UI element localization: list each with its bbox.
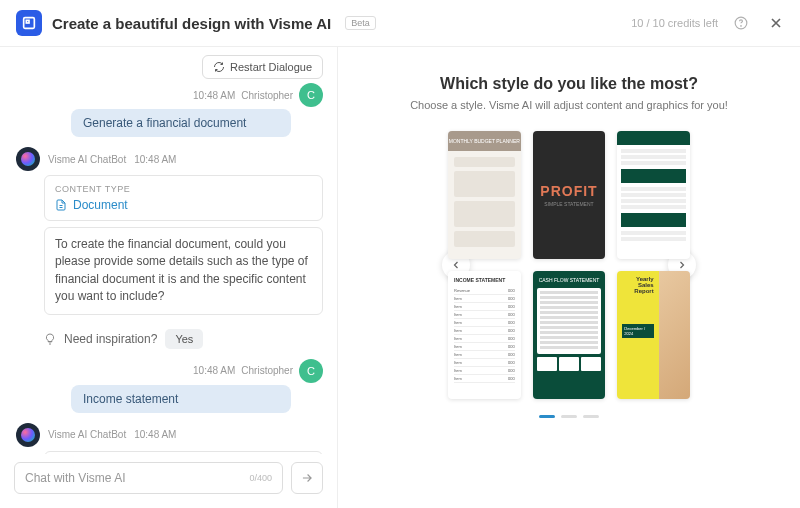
template-subcaption: SIMPLE STATEMENT	[544, 201, 593, 207]
message-meta: 10:48 AM Christopher C	[14, 83, 323, 107]
page-title: Create a beautiful design with Visme AI	[52, 15, 331, 32]
style-subheading: Choose a style. Visme AI will adjust con…	[410, 99, 728, 111]
chevron-left-icon	[450, 259, 462, 271]
message-sender: Christopher	[241, 365, 293, 376]
message-time: 10:48 AM	[134, 429, 176, 440]
style-panel: Which style do you like the most? Choose…	[338, 47, 800, 508]
message-sender: Visme AI ChatBot	[48, 154, 126, 165]
bot-message: CONTENT TYPE Document To create the fina…	[44, 175, 323, 315]
message-time: 10:48 AM	[193, 365, 235, 376]
message-sender: Christopher	[241, 90, 293, 101]
template-option-2[interactable]: PROFIT SIMPLE STATEMENT	[533, 131, 606, 259]
message-time: 10:48 AM	[134, 154, 176, 165]
credits-label: 10 / 10 credits left	[631, 17, 718, 29]
chat-panel: Restart Dialogue 10:48 AM Christopher C …	[0, 47, 338, 508]
style-heading: Which style do you like the most?	[440, 75, 698, 93]
svg-rect-1	[26, 20, 29, 23]
chevron-right-icon	[676, 259, 688, 271]
app-logo	[16, 10, 42, 36]
chat-input-box[interactable]: 0/400	[14, 462, 283, 494]
message-meta: 10:48 AM Christopher C	[14, 359, 323, 383]
bot-avatar	[16, 147, 40, 171]
template-option-3[interactable]	[617, 131, 690, 259]
yes-button[interactable]: Yes	[165, 329, 203, 349]
template-option-4[interactable]: INCOME STATEMENT Revenue000Item000Item00…	[448, 271, 521, 399]
message-sender: Visme AI ChatBot	[48, 429, 126, 440]
template-caption: PROFIT	[540, 183, 597, 199]
template-option-5[interactable]: CASH FLOW STATEMENT	[533, 271, 606, 399]
template-caption: MONTHLY BUDGET PLANNER	[448, 131, 521, 151]
close-icon[interactable]	[768, 15, 784, 31]
template-option-1[interactable]: MONTHLY BUDGET PLANNER	[448, 131, 521, 259]
carousel-dot[interactable]	[539, 415, 555, 418]
template-carousel: MONTHLY BUDGET PLANNER PROFIT SIMPLE STA…	[448, 131, 690, 399]
header: Create a beautiful design with Visme AI …	[0, 0, 800, 47]
user-avatar: C	[299, 83, 323, 107]
inspiration-label: Need inspiration?	[64, 332, 157, 346]
message-meta: Visme AI ChatBot 10:48 AM	[16, 147, 323, 171]
svg-point-3	[741, 26, 742, 27]
carousel-dot[interactable]	[583, 415, 599, 418]
bot-avatar	[16, 423, 40, 447]
char-count: 0/400	[249, 473, 272, 483]
document-icon	[55, 199, 67, 211]
restart-label: Restart Dialogue	[230, 61, 312, 73]
inspiration-row: Need inspiration? Yes	[44, 329, 323, 349]
carousel-dot[interactable]	[561, 415, 577, 418]
restart-dialogue-button[interactable]: Restart Dialogue	[202, 55, 323, 79]
refresh-icon	[213, 61, 225, 73]
message-meta: Visme AI ChatBot 10:48 AM	[16, 423, 323, 447]
bot-message-text: To create the financial document, could …	[44, 227, 323, 315]
user-message: Income statement	[71, 385, 291, 413]
beta-badge: Beta	[345, 16, 376, 30]
user-message: Generate a financial document	[71, 109, 291, 137]
content-type-label: CONTENT TYPE	[55, 184, 312, 194]
message-time: 10:48 AM	[193, 90, 235, 101]
chat-scroll[interactable]: 10:48 AM Christopher C Generate a financ…	[0, 83, 337, 454]
input-area: 0/400	[0, 454, 337, 508]
template-caption: Yearly Sales Report	[622, 276, 653, 294]
template-option-6[interactable]: Yearly Sales ReportDecember / 2024	[617, 271, 690, 399]
carousel-dots	[539, 415, 599, 418]
send-icon	[300, 471, 314, 485]
chat-input[interactable]	[25, 471, 249, 485]
content-type-box: CONTENT TYPE Document	[44, 175, 323, 221]
send-button[interactable]	[291, 462, 323, 494]
user-avatar: C	[299, 359, 323, 383]
content-type-text: Document	[73, 198, 128, 212]
help-icon[interactable]	[734, 16, 748, 30]
content-type-value: Document	[55, 198, 312, 212]
lightbulb-icon	[44, 333, 56, 345]
